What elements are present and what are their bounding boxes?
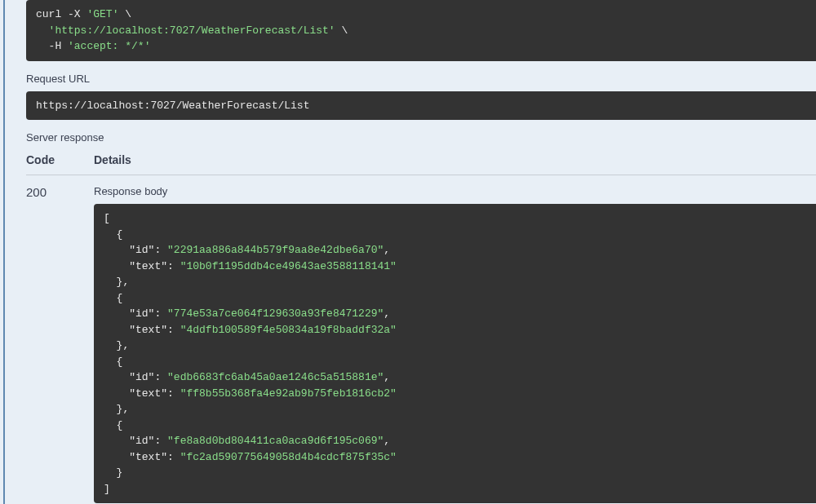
curl-url: 'https://localhost:7027/WeatherForecast/… — [49, 24, 335, 37]
request-url-value: https://localhost:7027/WeatherForecast/L… — [36, 99, 309, 112]
code-column-header: Code — [26, 153, 94, 166]
server-response-label: Server response — [26, 131, 816, 144]
response-body-block[interactable]: [ { "id": "2291aa886a844b579f9aa8e42dbe6… — [94, 204, 816, 503]
response-row: 200 Response body [ { "id": "2291aa886a8… — [26, 185, 816, 504]
curl-command-block[interactable]: curl -X 'GET' \ 'https://localhost:7027/… — [26, 0, 816, 61]
response-table-header: Code Details — [26, 153, 816, 175]
status-code: 200 — [26, 185, 94, 504]
response-body-label: Response body — [94, 185, 816, 197]
curl-header: 'accept: */*' — [68, 40, 150, 52]
request-url-label: Request URL — [26, 73, 816, 85]
curl-text: curl -X — [36, 8, 86, 20]
details-column-header: Details — [94, 153, 131, 166]
curl-method: 'GET' — [86, 8, 118, 20]
request-url-block[interactable]: https://localhost:7027/WeatherForecast/L… — [26, 91, 816, 121]
swagger-response-panel: curl -X 'GET' \ 'https://localhost:7027/… — [3, 0, 816, 504]
